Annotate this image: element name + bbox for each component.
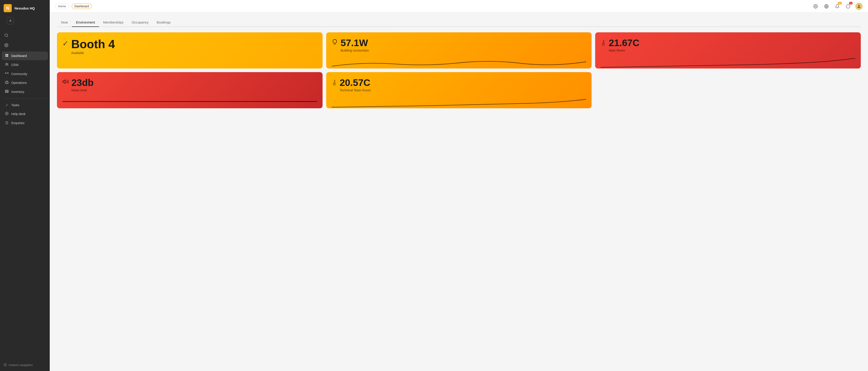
topbar-settings-icon[interactable] — [812, 3, 819, 10]
card-temp-main-data: 21.67C Main Room — [609, 38, 855, 52]
svg-point-0 — [5, 34, 7, 36]
card-temp-tech-data: 20.57C Technical Team Room — [340, 78, 586, 92]
card-power-data: 57.1W Building consumtion — [341, 38, 586, 52]
card-temp-tech-label: Technical Team Room — [340, 88, 586, 92]
topbar-alerts-icon[interactable]: 1 — [844, 3, 852, 10]
tab-now[interactable]: Now — [57, 18, 72, 27]
card-noise-wave — [62, 95, 317, 108]
sidebar-logo: N Nexudus HQ — [0, 0, 50, 16]
dashboard-icon — [4, 54, 9, 58]
sidebar-bottom: Undock navigation — [0, 359, 50, 371]
tabs-bar: Now Environment Memberships Occupancy Bo… — [57, 18, 861, 27]
topbar: Home › Dashboard 21 1 — [50, 0, 868, 13]
sidebar-item-enquiries[interactable]: ☰ Enquiries — [2, 119, 48, 127]
topbar-right: 21 1 — [812, 3, 863, 10]
topbar-globe-icon[interactable] — [823, 3, 830, 10]
lock-icon — [4, 363, 7, 367]
svg-rect-15 — [4, 365, 6, 366]
card-temp-tech-wave — [332, 95, 586, 108]
card-noise-label: Noise level — [71, 88, 317, 92]
svg-rect-12 — [5, 92, 8, 93]
card-temp-tech-top: 20.57C Technical Team Room — [332, 78, 586, 92]
card-temp-main-label: Main Room — [609, 49, 855, 52]
card-booth4-label: Available — [71, 51, 317, 55]
card-noise: 23db Noise level — [57, 72, 322, 108]
logo-letter: N — [6, 6, 9, 11]
community-icon: ❝❝ — [4, 72, 9, 76]
alerts-badge: 1 — [849, 2, 852, 4]
card-temp-main: 21.67C Main Room — [595, 32, 861, 68]
undock-navigation[interactable]: Undock navigation — [4, 362, 46, 368]
sidebar-item-helpdesk[interactable]: Help-desk — [2, 110, 48, 118]
card-temp-main-value: 21.67C — [609, 38, 855, 48]
card-temp-tech-value: 20.57C — [340, 78, 586, 88]
card-temp-main-wave — [600, 55, 855, 68]
card-temp-tech: 20.57C Technical Team Room — [326, 72, 592, 108]
speaker-icon — [62, 79, 69, 86]
topbar-notifications-icon[interactable]: 21 — [834, 3, 841, 10]
sidebar-item-tasks[interactable]: ✓ Tasks — [2, 101, 48, 109]
settings-icon[interactable] — [2, 41, 11, 50]
card-booth4-data: Booth 4 Available — [71, 38, 317, 55]
card-booth4-value: Booth 4 — [71, 38, 317, 51]
sidebar-divider — [4, 98, 46, 99]
card-noise-top: 23db Noise level — [62, 78, 317, 92]
undock-label: Undock navigation — [8, 363, 33, 367]
svg-line-1 — [7, 36, 8, 37]
svg-marker-28 — [63, 80, 65, 84]
sidebar-item-operations[interactable]: Operations — [2, 79, 48, 87]
breadcrumb: Home › Dashboard — [55, 3, 92, 9]
sidebar-label-community: Community — [11, 72, 27, 76]
check-icon: ✓ — [62, 39, 68, 48]
svg-rect-4 — [7, 54, 8, 55]
card-power: 57.1W Building consumtion — [326, 32, 592, 68]
svg-rect-5 — [5, 56, 6, 57]
svg-point-14 — [6, 113, 7, 114]
sidebar-label-tasks: Tasks — [11, 103, 20, 107]
sidebar-label-crm: CRM — [11, 63, 19, 67]
tasks-icon: ✓ — [4, 103, 9, 107]
sidebar-action-icons — [0, 29, 50, 52]
breadcrumb-home[interactable]: Home — [55, 3, 69, 9]
notifications-badge: 21 — [838, 2, 842, 4]
card-noise-value: 23db — [71, 78, 317, 88]
environment-cards-grid: ✓ Booth 4 Available 57.1W Building consu… — [57, 32, 861, 108]
sidebar-item-community[interactable]: ❝❝ Community — [2, 70, 48, 78]
tab-occupancy[interactable]: Occupancy — [127, 18, 153, 27]
add-button[interactable]: + — [7, 17, 14, 24]
company-name: Nexudus HQ — [14, 6, 35, 10]
card-power-value: 57.1W — [341, 38, 586, 48]
thermometer-tech-icon — [332, 79, 337, 87]
sidebar-label-operations: Operations — [11, 81, 27, 85]
sidebar-label-helpdesk: Help-desk — [11, 112, 26, 116]
card-temp-main-top: 21.67C Main Room — [600, 38, 855, 52]
crm-icon — [4, 63, 9, 67]
card-booth4: ✓ Booth 4 Available — [57, 32, 322, 68]
svg-point-13 — [5, 112, 8, 115]
card-booth4-top: ✓ Booth 4 Available — [62, 38, 317, 55]
svg-rect-9 — [5, 82, 8, 84]
breadcrumb-separator: › — [70, 5, 71, 8]
logo-box: N — [4, 4, 12, 12]
tab-bookings[interactable]: Bookings — [153, 18, 175, 27]
card-noise-data: 23db Noise level — [71, 78, 317, 92]
svg-rect-3 — [5, 54, 6, 55]
sidebar-item-inventory[interactable]: Inventory — [2, 88, 48, 96]
card-power-label: Building consumtion — [341, 49, 586, 52]
sidebar-item-dashboard[interactable]: Dashboard — [2, 52, 48, 60]
svg-point-8 — [7, 64, 8, 64]
content-area: Now Environment Memberships Occupancy Bo… — [50, 13, 868, 371]
tab-memberships[interactable]: Memberships — [99, 18, 127, 27]
svg-rect-10 — [5, 90, 8, 91]
thermometer-main-icon — [600, 39, 606, 48]
tab-environment[interactable]: Environment — [72, 18, 99, 27]
user-avatar[interactable] — [855, 3, 863, 10]
svg-rect-6 — [7, 56, 8, 57]
breadcrumb-current[interactable]: Dashboard — [72, 3, 92, 9]
enquiries-icon: ☰ — [4, 121, 9, 125]
sidebar-label-dashboard: Dashboard — [11, 54, 27, 58]
card-power-top: 57.1W Building consumtion — [332, 38, 586, 52]
svg-rect-11 — [5, 91, 8, 92]
sidebar-item-crm[interactable]: CRM — [2, 61, 48, 69]
search-icon[interactable] — [2, 31, 11, 40]
